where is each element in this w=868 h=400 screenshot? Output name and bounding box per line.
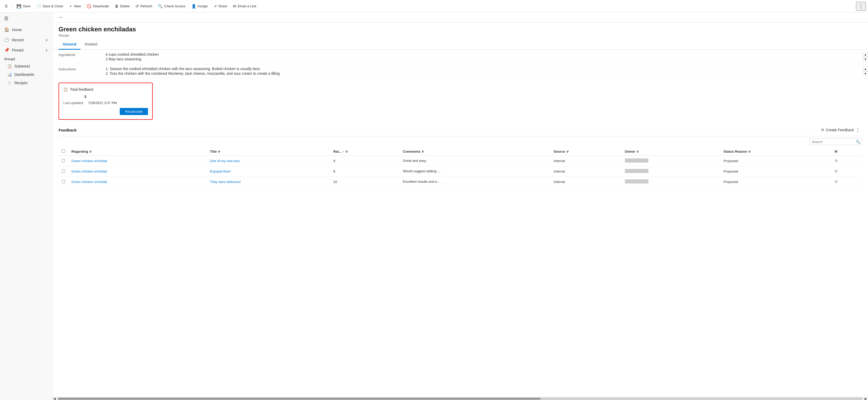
col-comments-chevron-icon: ∨	[422, 150, 424, 153]
last-updated-label: Last updated:	[63, 101, 84, 105]
col-title: Title ∨	[207, 147, 330, 156]
email-link-button[interactable]: ✉ Email a Link	[230, 3, 259, 10]
col-owner-sort[interactable]: Owner ∨	[625, 150, 639, 153]
feedback-count-value: 3	[84, 95, 86, 99]
recalculate-button[interactable]: Recalculate	[120, 108, 148, 115]
col-status-reason-sort[interactable]: Status Reason ∨	[723, 150, 751, 153]
feedback-section-more-button[interactable]: ⋮	[854, 127, 862, 133]
col-comments-sort[interactable]: Comments ∨	[403, 150, 424, 153]
sidebar-item-recipes[interactable]: 🍴 Recipes	[0, 79, 52, 87]
assign-icon: 👤	[191, 4, 196, 9]
assign-button[interactable]: 👤 Assign	[189, 3, 211, 10]
row-regarding-link[interactable]: Green chicken enchilad	[71, 159, 107, 163]
row-title-cell: They were delicious!	[207, 177, 330, 187]
row-checkbox-1[interactable]	[62, 170, 65, 173]
col-source-sort[interactable]: Source ∨	[554, 150, 569, 153]
col-title-sort[interactable]: Title ∨	[210, 150, 221, 153]
row-checkbox-cell	[59, 177, 68, 187]
back-button[interactable]: ←	[59, 14, 63, 20]
feedback-table-body: Green chicken enchilad One of my new fav…	[59, 156, 862, 187]
col-rating: Rat... ↑ ∨	[330, 147, 400, 156]
scroll-right-button[interactable]: ▶	[864, 397, 868, 400]
refresh-icon: ↺	[135, 4, 139, 9]
deactivate-icon: 🚫	[87, 4, 92, 9]
scroll-left-button[interactable]: ◀	[52, 397, 57, 400]
row-source-cell: Internal	[551, 156, 622, 166]
nav-row: ←	[52, 12, 868, 23]
new-button[interactable]: ＋ New	[66, 3, 84, 10]
row-title-link[interactable]: One of my new favs	[210, 159, 240, 163]
feedback-card-header: 📋 Total feedback	[63, 87, 148, 92]
tab-related[interactable]: Related	[81, 39, 101, 50]
col-source: Source ∨	[551, 147, 622, 156]
tab-general[interactable]: General	[59, 39, 81, 50]
search-box: 🔍	[809, 138, 862, 145]
col-status-reason: Status Reason ∨	[720, 147, 831, 156]
col-status-chevron-icon: ∨	[748, 150, 751, 153]
ingredients-scroll-down[interactable]: ▼	[863, 57, 868, 61]
table-row: Green chicken enchilad One of my new fav…	[59, 156, 862, 166]
instructions-scroll-down[interactable]: ▼	[863, 71, 868, 75]
bottom-scrollbar: ◀ ▶	[52, 397, 868, 400]
row-checkbox-0[interactable]	[62, 159, 65, 162]
search-row: 🔍	[59, 136, 862, 147]
row-regarding-link[interactable]: Green chicken enchilad	[71, 170, 107, 173]
sidebar-item-dashboards[interactable]: 📊 Dashboards	[0, 70, 52, 79]
row-checkbox-2[interactable]	[62, 180, 65, 183]
col-title-chevron-icon: ∨	[218, 150, 220, 153]
row-owner-cell	[622, 177, 720, 187]
row-regarding-cell: Green chicken enchilad	[68, 156, 207, 166]
check-access-button[interactable]: 🔍 Check Access	[155, 3, 188, 10]
instructions-scroll-up[interactable]: ▲	[863, 67, 868, 71]
sidebar-hamburger[interactable]: ☰	[0, 12, 52, 25]
ingredients-value: 4 cups cooked shredded chicken 2 tbsp ta…	[105, 52, 862, 61]
email-icon: ✉	[233, 4, 236, 9]
row-regarding-cell: Green chicken enchilad	[68, 166, 207, 177]
row-regarding-link[interactable]: Green chicken enchilad	[71, 180, 107, 184]
feedback-section-title: Feedback	[59, 128, 821, 132]
row-source-cell: Internal	[551, 177, 622, 187]
sidebar-item-recent[interactable]: 🕐 Recent ∨	[0, 35, 52, 45]
col-regarding-sort[interactable]: Regarding ∨	[71, 150, 92, 153]
record-content: Ingredients 4 cups cooked shredded chick…	[52, 50, 868, 397]
col-rating-sort[interactable]: Rat... ↑ ∨	[333, 150, 348, 153]
deactivate-button[interactable]: 🚫 Deactivate	[84, 3, 112, 10]
row-title-link[interactable]: Enjoyed them	[210, 170, 231, 173]
row-owner-blurred	[625, 169, 648, 173]
ingredients-scroll-up[interactable]: ▲	[863, 52, 868, 57]
sidebar-item-subarea1[interactable]: 📋 Subarea1	[0, 62, 52, 70]
refresh-button[interactable]: ↺ Refresh	[133, 3, 155, 10]
table-row: Green chicken enchilad They were delicio…	[59, 177, 862, 187]
instructions-value: 1. Season the cooked shredded chicken wi…	[105, 67, 862, 75]
row-rating-cell: 10	[330, 177, 400, 187]
hamburger-menu[interactable]: ☰	[2, 3, 10, 9]
recent-icon: 🕐	[4, 37, 9, 42]
create-feedback-icon: ⟳	[821, 128, 824, 132]
create-feedback-button[interactable]: ⟳ Create Feedback	[821, 128, 854, 132]
save-close-button[interactable]: 📄 Save & Close	[34, 3, 66, 10]
feedback-table: Regarding ∨ Title ∨	[59, 147, 862, 187]
search-icon-button[interactable]: 🔍	[856, 140, 860, 144]
main-layout: ☰ 🏠 Home 🕐 Recent ∨ 📌 Pinned ∨ Group1 📋 …	[0, 12, 868, 400]
row-status-cell: Proposed	[720, 156, 831, 166]
feedback-card-title: Total feedback	[70, 87, 93, 92]
row-title-cell: Enjoyed them	[207, 166, 330, 177]
row-title-link[interactable]: They were delicious!	[210, 180, 241, 184]
row-owner-cell	[622, 166, 720, 177]
sidebar-item-pinned[interactable]: 📌 Pinned ∨	[0, 45, 52, 55]
row-owner-blurred	[625, 179, 648, 184]
search-input[interactable]	[812, 140, 856, 144]
more-options-button[interactable]: ⋮	[856, 2, 866, 11]
record-title: Green chicken enchiladas	[59, 26, 862, 33]
share-button[interactable]: ↗ Share	[211, 3, 230, 10]
delete-button[interactable]: 🗑 Delete	[112, 3, 132, 9]
row-owner-cell	[622, 156, 720, 166]
hamburger-icon: ☰	[5, 4, 8, 8]
dashboards-icon: 📊	[7, 72, 12, 76]
table-select-all-col	[59, 147, 68, 156]
select-all-checkbox[interactable]	[62, 149, 65, 153]
row-source-cell: Internal	[551, 166, 622, 177]
sidebar-item-home[interactable]: 🏠 Home	[0, 25, 52, 35]
delete-icon: 🗑	[115, 4, 119, 8]
save-button[interactable]: 💾 Save	[14, 3, 33, 10]
